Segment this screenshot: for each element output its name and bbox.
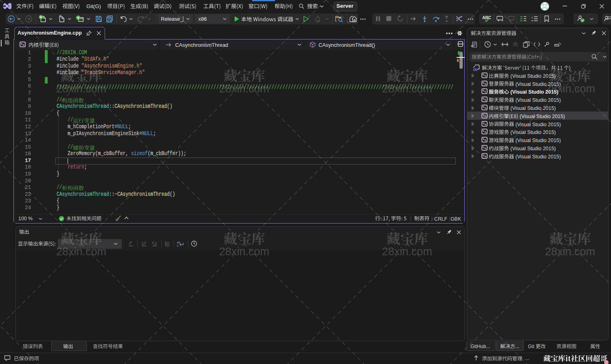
- svg-text:c: c: [177, 244, 178, 247]
